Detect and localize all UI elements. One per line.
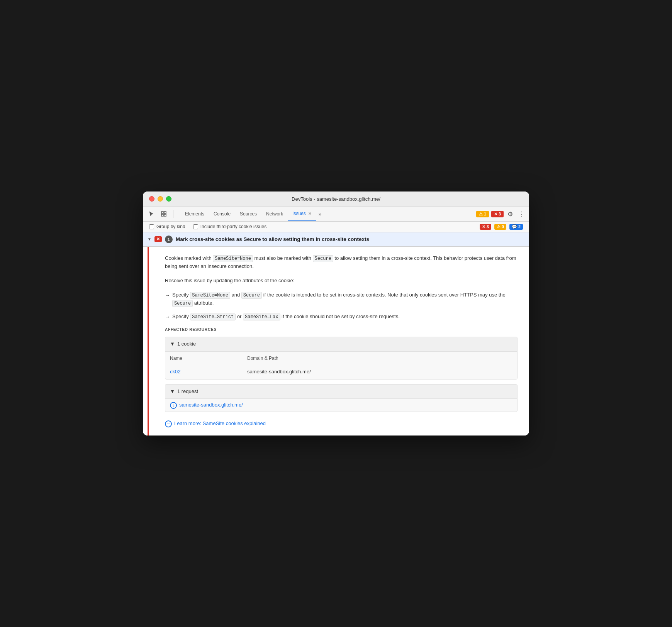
issue-header[interactable]: ▼ ✕ 1 Mark cross-site cookies as Secure …	[143, 232, 529, 247]
issue-title: Mark cross-site cookies as Secure to all…	[176, 236, 524, 242]
issue-count: 1	[165, 236, 173, 243]
learn-more-section: → Learn more: SameSite cookies explained	[165, 420, 518, 428]
issue-description: Cookies marked with SameSite=None must a…	[165, 254, 518, 271]
warning-icon: ⚠	[479, 212, 483, 217]
info-count-icon: 💬	[512, 224, 517, 229]
chevron-down-icon: ▼	[148, 237, 151, 241]
svg-rect-3	[164, 214, 166, 216]
filter-bar: Group by kind Include third-party cookie…	[143, 222, 529, 232]
window-title: DevTools - samesite-sandbox.glitch.me/	[292, 196, 380, 202]
request-link[interactable]: samesite-sandbox.glitch.me/	[179, 401, 243, 409]
request-chevron-icon: ▼	[170, 388, 175, 396]
tab-bar-actions: ⚠ 1 ✕ 3 ⚙ ⋮	[476, 209, 526, 219]
code-secure-1: Secure	[313, 255, 333, 262]
tab-close-icon[interactable]: ✕	[308, 211, 312, 216]
tab-bar: Elements Console Sources Network Issues …	[143, 207, 529, 222]
cookie-section-header[interactable]: ▼ 1 cookie	[165, 337, 517, 352]
group-by-kind-checkbox[interactable]	[149, 224, 154, 229]
svg-rect-1	[164, 212, 166, 214]
code-samesite-none-2: SameSite=None	[190, 292, 230, 299]
cookie-section: ▼ 1 cookie Name Domain & Path ck02 sames…	[165, 337, 518, 380]
bullet-1: → Specify SameSite=None and Secure if th…	[165, 291, 518, 307]
code-samesite-strict: SameSite=Strict	[190, 314, 236, 320]
tab-elements[interactable]: Elements	[180, 207, 209, 221]
svg-rect-2	[161, 214, 163, 216]
error-count-icon: ✕	[482, 224, 485, 229]
code-secure-2: Secure	[241, 292, 262, 299]
tab-console[interactable]: Console	[209, 207, 235, 221]
warning-count-badge: ⚠ 0	[494, 224, 506, 230]
tabs-list: Elements Console Sources Network Issues …	[180, 207, 476, 221]
issue-error-badge: ✕	[154, 236, 162, 242]
toolbar-icons	[146, 208, 176, 219]
group-by-kind-filter[interactable]: Group by kind	[149, 224, 185, 229]
learn-more-icon: →	[165, 420, 172, 427]
cookie-name[interactable]: ck02	[170, 368, 247, 376]
issue-counts: ✕ 3 ⚠ 0 💬 2	[480, 224, 523, 230]
close-button[interactable]	[149, 196, 154, 202]
bullet-1-text: Specify SameSite=None and Secure if the …	[172, 291, 518, 307]
more-options-icon[interactable]: ⋮	[517, 209, 526, 219]
request-download-icon	[170, 402, 177, 409]
col-header-name: Name	[170, 355, 247, 362]
learn-more-link[interactable]: Learn more: SameSite cookies explained	[174, 420, 266, 428]
devtools-window: DevTools - samesite-sandbox.glitch.me/	[143, 191, 529, 436]
tab-network[interactable]: Network	[261, 207, 288, 221]
arrow-icon-2: →	[165, 313, 170, 321]
bullet-2-text: Specify SameSite=Strict or SameSite=Lax …	[172, 313, 518, 321]
title-bar: DevTools - samesite-sandbox.glitch.me/	[143, 191, 529, 207]
cookie-link[interactable]: ck02	[170, 369, 180, 375]
tab-issues[interactable]: Issues ✕	[288, 207, 316, 221]
traffic-lights	[149, 196, 171, 202]
error-count-badge: ✕ 3	[480, 224, 491, 230]
info-count-badge: 💬 2	[509, 224, 523, 230]
code-samesite-lax: SameSite=Lax	[243, 314, 280, 320]
tab-sources[interactable]: Sources	[235, 207, 261, 221]
error-badge[interactable]: ✕ 3	[491, 211, 504, 217]
cursor-icon[interactable]	[146, 208, 157, 219]
col-header-domain: Domain & Path	[247, 355, 512, 362]
maximize-button[interactable]	[166, 196, 171, 202]
inspect-icon[interactable]	[158, 208, 169, 219]
main-content: ▼ ✕ 1 Mark cross-site cookies as Secure …	[143, 232, 529, 436]
third-party-filter[interactable]: Include third-party cookie issues	[193, 224, 266, 229]
request-row: samesite-sandbox.glitch.me/	[165, 399, 517, 412]
cookie-table: Name Domain & Path ck02 samesite-sandbox…	[165, 352, 517, 379]
arrow-icon-1: →	[165, 291, 170, 307]
cookie-table-header: Name Domain & Path	[170, 355, 512, 364]
resolve-text: Resolve this issue by updating the attri…	[165, 277, 518, 285]
toolbar-divider	[173, 210, 173, 218]
minimize-button[interactable]	[158, 196, 163, 202]
issue-body: Cookies marked with SameSite=None must a…	[148, 247, 529, 436]
warning-count-icon: ⚠	[497, 224, 501, 229]
affected-resources-label: AFFECTED RESOURCES	[165, 327, 518, 333]
svg-rect-0	[161, 212, 163, 214]
code-secure-3: Secure	[172, 300, 193, 307]
request-section-header[interactable]: ▼ 1 request	[165, 385, 517, 399]
settings-icon[interactable]: ⚙	[506, 209, 514, 219]
error-icon: ✕	[494, 212, 497, 217]
cookie-domain: samesite-sandbox.glitch.me/	[247, 368, 512, 376]
warning-badge[interactable]: ⚠ 1	[476, 211, 489, 217]
code-samesite-none-1: SameSite=None	[213, 255, 253, 262]
third-party-checkbox[interactable]	[193, 224, 198, 229]
bullet-2: → Specify SameSite=Strict or SameSite=La…	[165, 313, 518, 321]
cookie-row: ck02 samesite-sandbox.glitch.me/	[170, 366, 512, 378]
tab-overflow-button[interactable]: »	[316, 211, 324, 217]
request-section: ▼ 1 request samesite-sandbox.glitch.me/	[165, 384, 518, 412]
cookie-chevron-icon: ▼	[170, 340, 175, 348]
